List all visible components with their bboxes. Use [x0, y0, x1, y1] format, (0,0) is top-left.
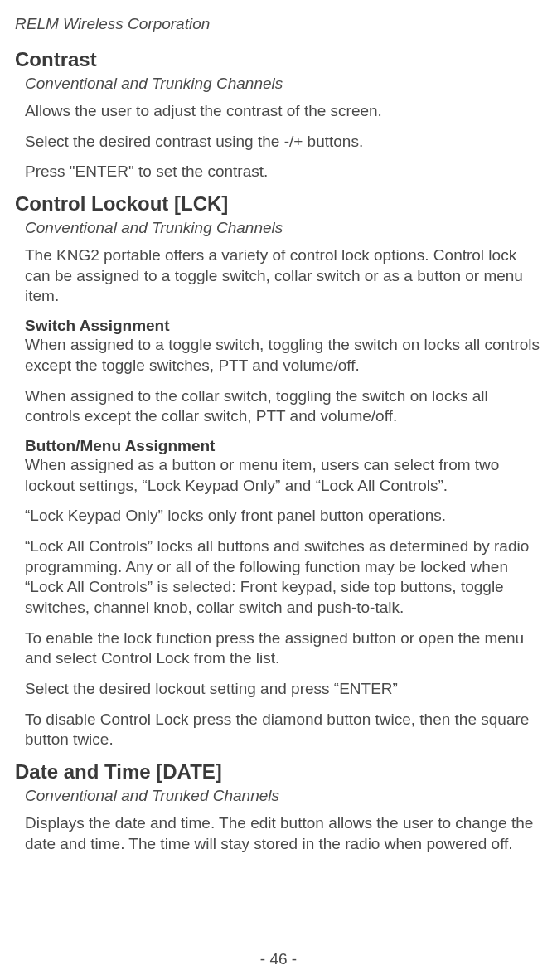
body-text: To enable the lock function press the as… [25, 628, 542, 669]
body-text: Press "ENTER" to set the contrast. [25, 162, 542, 182]
body-text: When assigned to the collar switch, togg… [25, 386, 542, 427]
section-title-date-time: Date and Time [DATE] [15, 760, 542, 784]
subtitle-date-time: Conventional and Trunked Channels [25, 787, 542, 805]
subtitle-control-lockout: Conventional and Trunking Channels [25, 219, 542, 237]
body-text: “Lock All Controls” locks all buttons an… [25, 536, 542, 619]
page-number: - 46 - [0, 950, 557, 968]
body-text: Displays the date and time. The edit but… [25, 813, 542, 854]
body-text: When assigned to a toggle switch, toggli… [25, 335, 542, 376]
section-title-contrast: Contrast [15, 48, 542, 71]
page-container: RELM Wireless Corporation Contrast Conve… [0, 0, 557, 980]
body-text: The KNG2 portable offers a variety of co… [25, 245, 542, 307]
body-text: Select the desired lockout setting and p… [25, 679, 542, 700]
body-text: When assigned as a button or menu item, … [25, 455, 542, 496]
section-title-control-lockout: Control Lockout [LCK] [15, 192, 542, 216]
subtitle-contrast: Conventional and Trunking Channels [25, 75, 542, 93]
body-text: Allows the user to adjust the contrast o… [25, 101, 542, 122]
subheading-switch-assignment: Switch Assignment [25, 317, 542, 335]
body-text: Select the desired contrast using the -/… [25, 132, 542, 153]
body-text: “Lock Keypad Only” locks only front pane… [25, 506, 542, 526]
company-name: RELM Wireless Corporation [15, 15, 542, 33]
subheading-button-menu-assignment: Button/Menu Assignment [25, 437, 542, 455]
body-text: To disable Control Lock press the diamon… [25, 710, 542, 750]
